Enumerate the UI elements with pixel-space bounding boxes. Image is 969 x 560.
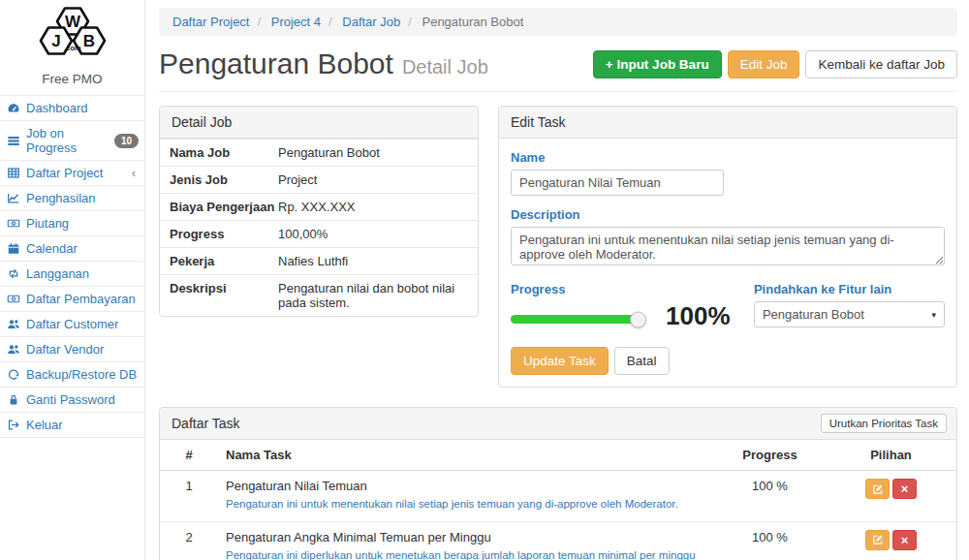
table-icon [7, 167, 20, 179]
task-progress: 100 % [714, 521, 826, 560]
edit-task-panel: Edit Task Name Description Pengaturan in… [498, 106, 957, 388]
detail-job-panel: Detail Job Nama JobPengaturan Bobot Jeni… [159, 106, 479, 317]
detail-row: PekerjaNafies Luthfi [160, 247, 478, 274]
users-icon [7, 343, 20, 356]
task-progress: 100 % [714, 471, 826, 522]
delete-task-button[interactable]: × [892, 479, 917, 499]
chevron-left-icon: ‹ [132, 166, 139, 180]
detail-row: Biaya PengerjaanRp. XXX.XXX [160, 193, 478, 220]
sidebar: W J B .com Free PMO Dashboard Job on Pro… [0, 0, 145, 560]
back-to-job-list-button[interactable]: Kembali ke daftar Job [805, 50, 957, 78]
sidebar-item-label: Job on Progress [26, 126, 109, 155]
page-header: Pengaturan Bobot Detail Job + Input Job … [159, 47, 957, 92]
task-name-input[interactable] [511, 170, 724, 196]
cancel-button[interactable]: Batal [614, 347, 670, 375]
progress-slider-fill [511, 315, 639, 324]
app-window: W J B .com Free PMO Dashboard Job on Pro… [0, 0, 969, 560]
sidebar-item-langganan[interactable]: Langganan [0, 261, 144, 286]
refresh-icon [7, 368, 20, 381]
page-subtitle: Detail Job [402, 50, 488, 78]
svg-text:J: J [51, 32, 60, 50]
progress-percent-value: 100% [666, 301, 731, 331]
sidebar-item-label: Penghasilan [26, 191, 96, 205]
detail-row: Progress100,00% [160, 220, 478, 247]
task-list-panel-title: Daftar Task [172, 416, 240, 431]
money-icon [7, 293, 20, 305]
task-progress-label: Progress [511, 282, 736, 296]
sidebar-item-label: Daftar Vendor [26, 342, 104, 357]
main-content: Daftar Project Project 4 Daftar Job Peng… [145, 0, 969, 560]
breadcrumb-current: Pengaturan Bobot [400, 15, 523, 29]
close-icon: × [901, 482, 909, 495]
update-task-button[interactable]: Update Task [511, 347, 609, 375]
sidebar-item-daftar-customer[interactable]: Daftar Customer [0, 311, 144, 336]
breadcrumb-daftar-job[interactable]: Daftar Job [321, 15, 400, 29]
move-feature-label: Pindahkan ke Fitur lain [754, 282, 945, 296]
sign-out-icon [7, 419, 20, 431]
edit-job-button[interactable]: Edit Job [728, 50, 800, 78]
progress-slider-handle[interactable] [630, 311, 646, 327]
task-name-label: Name [511, 150, 945, 165]
sidebar-item-penghasilan[interactable]: Penghasilan [0, 185, 144, 210]
task-description-textarea[interactable]: Pengaturan ini untuk menentukan nilai se… [511, 227, 945, 265]
calendar-icon [7, 242, 20, 255]
sidebar-item-ganti-password[interactable]: Ganti Password [0, 387, 144, 412]
close-icon: × [901, 534, 909, 546]
task-table: # Nama Task Progress Pilihan 1 Pengatura… [160, 440, 956, 560]
column-header-name: Nama Task [218, 440, 714, 471]
breadcrumb-project-4[interactable]: Project 4 [249, 15, 321, 29]
page-title: Pengaturan Bobot [159, 47, 393, 80]
task-number: 2 [160, 521, 218, 560]
job-count-badge: 10 [114, 134, 139, 148]
jwb-logo-icon: W J B .com [22, 4, 123, 64]
edit-task-button[interactable] [865, 479, 890, 499]
detail-row: DeskripsiPengaturan nilai dan bobot nila… [160, 274, 478, 316]
task-name: Pengaturan Angka Minimal Temuan per Ming… [226, 530, 706, 544]
progress-slider[interactable] [511, 315, 639, 324]
sidebar-item-label: Langganan [26, 266, 89, 281]
table-row: 1 Pengaturan Nilai Temuan Pengaturan ini… [160, 471, 956, 522]
sidebar-item-dashboard[interactable]: Dashboard [0, 95, 144, 120]
money-icon [7, 217, 20, 230]
edit-task-button[interactable] [865, 530, 890, 550]
sidebar-item-daftar-vendor[interactable]: Daftar Vendor [0, 336, 144, 361]
task-description: Pengaturan ini untuk menentukan nilai se… [226, 496, 706, 513]
sidebar-item-label: Dashboard [26, 101, 88, 115]
sidebar-item-label: Keluar [26, 418, 63, 432]
svg-text:W: W [64, 13, 80, 31]
sidebar-item-keluar[interactable]: Keluar [0, 412, 144, 438]
delete-task-button[interactable]: × [892, 530, 917, 550]
pencil-square-icon [872, 534, 884, 545]
column-header-progress: Progress [714, 440, 826, 471]
brand-name: Free PMO [0, 70, 144, 95]
detail-job-panel-title: Detail Job [160, 107, 478, 139]
breadcrumb: Daftar Project Project 4 Daftar Job Peng… [159, 8, 957, 36]
sidebar-item-label: Daftar Pembayaran [26, 292, 136, 306]
sidebar-item-job-on-progress[interactable]: Job on Progress 10 [0, 120, 144, 160]
sidebar-item-label: Calendar [26, 241, 78, 256]
sidebar-item-daftar-pembayaran[interactable]: Daftar Pembayaran [0, 286, 144, 311]
move-feature-select[interactable]: Pengaturan Bobot ▾ [754, 301, 945, 327]
line-chart-icon [7, 192, 20, 204]
sidebar-item-calendar[interactable]: Calendar [0, 235, 144, 261]
detail-row: Nama JobPengaturan Bobot [160, 139, 478, 166]
input-job-baru-button[interactable]: + Input Job Baru [593, 50, 722, 78]
column-header-num: # [160, 440, 218, 471]
task-list-panel: Daftar Task Urutkan Prioritas Task # Nam… [159, 407, 957, 560]
sidebar-menu: Dashboard Job on Progress 10 Daftar Proj… [0, 95, 144, 438]
sidebar-item-label: Ganti Password [26, 392, 115, 407]
tasks-icon [7, 135, 20, 147]
table-row: 2 Pengaturan Angka Minimal Temuan per Mi… [160, 521, 956, 560]
sidebar-item-daftar-project[interactable]: Daftar Project ‹ [0, 160, 144, 185]
pencil-square-icon [872, 483, 884, 495]
users-icon [7, 318, 20, 330]
sidebar-item-label: Daftar Customer [26, 317, 118, 331]
lock-icon [7, 393, 20, 406]
breadcrumb-daftar-project[interactable]: Daftar Project [172, 15, 249, 29]
brand-logo: W J B .com [0, 0, 144, 70]
sidebar-item-label: Daftar Project [26, 166, 103, 180]
sort-priority-button-top[interactable]: Urutkan Prioritas Task [821, 414, 947, 433]
sidebar-item-label: Piutang [26, 216, 69, 231]
sidebar-item-backup-restore[interactable]: Backup/Restore DB [0, 361, 144, 387]
sidebar-item-piutang[interactable]: Piutang [0, 210, 144, 235]
